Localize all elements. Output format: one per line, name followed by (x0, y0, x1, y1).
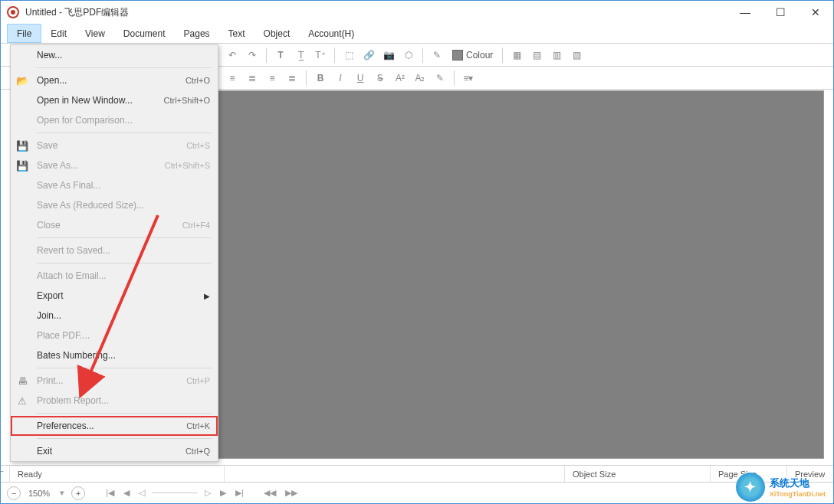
menu-item-open-comparison: Open for Comparison... (11, 110, 218, 130)
history-back-button[interactable]: ◀◀ (261, 488, 278, 498)
menu-bar: File Edit View Document Pages Text Objec… (1, 24, 833, 44)
menu-item-close: Close Ctrl+F4 (11, 215, 218, 235)
title-bar: Untitled - 飞思PDF编辑器 — ☐ ✕ (1, 1, 833, 24)
subscript-icon[interactable]: A₂ (411, 69, 429, 87)
page-forward-button[interactable]: ▷ (202, 488, 213, 498)
status-spacer (225, 466, 565, 482)
separator (422, 47, 423, 63)
menu-item-revert: Revert to Saved... (11, 241, 218, 260)
maximize-button[interactable]: ☐ (763, 1, 798, 24)
colour-picker[interactable]: Colour (448, 46, 497, 64)
align-right-icon[interactable]: ≡ (263, 69, 281, 87)
page-back-button[interactable]: ◁ (136, 488, 147, 498)
bottom-bar: − 150% ▾ + |◀ ◀ ◁ ▷ ▶ ▶| ◀◀ ▶▶ (1, 482, 833, 503)
save-as-icon: 💾 (11, 160, 34, 172)
text-edit-icon[interactable]: T⁺ (311, 46, 330, 64)
link-icon[interactable]: 🔗 (360, 46, 378, 64)
italic-icon[interactable]: I (331, 69, 350, 87)
menu-item-place-pdf: Place PDF.... (11, 326, 218, 345)
status-object-size: Object Size (565, 466, 711, 482)
bold-icon[interactable]: B (311, 69, 330, 87)
underline-icon[interactable]: U (351, 69, 369, 87)
menu-item-new[interactable]: New... (11, 45, 218, 65)
highlight-icon[interactable]: ✎ (431, 69, 449, 87)
file-menu-dropdown: New... 📂 Open... Ctrl+O Open in New Wind… (10, 44, 218, 462)
page-slider[interactable] (152, 493, 198, 493)
menu-item-exit[interactable]: Exit Ctrl+Q (11, 441, 218, 461)
next-page-button[interactable]: ▶ (218, 488, 228, 498)
menu-view[interactable]: View (76, 24, 114, 43)
status-bar: ¨ Ready Object Size Page Size Preview (1, 465, 833, 482)
menu-separator (37, 67, 212, 68)
window-title: Untitled - 飞思PDF编辑器 (25, 6, 129, 19)
submenu-arrow-icon: ▶ (204, 292, 218, 300)
camera-icon[interactable]: 📷 (379, 46, 398, 64)
menu-text[interactable]: Text (219, 24, 254, 43)
first-page-button[interactable]: |◀ (103, 488, 117, 498)
redo-icon[interactable]: ↷ (243, 46, 261, 64)
status-handle: ¨ (1, 466, 10, 482)
menu-item-bates[interactable]: Bates Numbering... (11, 345, 218, 365)
menu-item-save-reduced: Save As (Reduced Size)... (11, 195, 218, 215)
close-window-button[interactable]: ✕ (798, 1, 833, 24)
menu-item-save-final: Save As Final... (11, 175, 218, 195)
history-forward-button[interactable]: ▶▶ (283, 488, 300, 498)
menu-item-print: 🖶 Print... Ctrl+P (11, 371, 218, 391)
align-left-icon[interactable]: ≡ (223, 69, 241, 87)
strikethrough-icon[interactable]: S̶ (371, 69, 389, 87)
separator (306, 70, 307, 86)
watermark-icon: ✦ (736, 473, 765, 502)
superscript-icon[interactable]: A² (391, 69, 409, 87)
align-justify-icon[interactable]: ≣ (283, 69, 301, 87)
menu-item-attach-email: Attach to Email... (11, 266, 218, 286)
page-icon-1[interactable]: ▦ (507, 46, 526, 64)
last-page-button[interactable]: ▶| (233, 488, 246, 498)
colour-swatch-icon (452, 50, 463, 61)
menu-item-open-new-window[interactable]: Open in New Window... Ctrl+Shift+O (11, 90, 218, 110)
menu-pages[interactable]: Pages (175, 24, 219, 43)
line-spacing-icon[interactable]: ≡▾ (459, 69, 478, 87)
save-icon: 💾 (11, 140, 34, 152)
menu-separator (37, 263, 212, 263)
undo-icon[interactable]: ↶ (223, 46, 241, 64)
text-box-icon[interactable]: T̲ (291, 46, 310, 64)
text-tool-icon[interactable]: T (271, 46, 290, 64)
menu-edit[interactable]: Edit (41, 24, 76, 43)
crop-icon[interactable]: ⬚ (340, 46, 358, 64)
prev-page-button[interactable]: ◀ (121, 488, 132, 498)
menu-document[interactable]: Document (114, 24, 175, 43)
colour-label: Colour (466, 50, 493, 61)
menu-separator (37, 413, 212, 414)
menu-object[interactable]: Object (254, 24, 300, 43)
zoom-out-button[interactable]: − (7, 486, 21, 500)
page-delete-icon[interactable]: ▧ (567, 46, 586, 64)
menu-separator (37, 368, 212, 368)
zoom-value[interactable]: 150% (28, 489, 50, 498)
minimize-button[interactable]: — (727, 1, 763, 24)
menu-item-join[interactable]: Join... (11, 306, 218, 326)
zoom-in-button[interactable]: + (71, 486, 85, 500)
align-center-icon[interactable]: ≣ (243, 69, 261, 87)
menu-item-save: 💾 Save Ctrl+S (11, 136, 218, 155)
pencil-icon[interactable]: ✎ (428, 46, 446, 64)
menu-separator (37, 133, 212, 133)
menu-account[interactable]: Account(H) (299, 24, 363, 43)
menu-file[interactable]: File (7, 24, 41, 43)
menu-item-open[interactable]: 📂 Open... Ctrl+O (11, 70, 218, 90)
menu-separator (37, 237, 212, 238)
warning-icon: ⚠ (11, 395, 34, 407)
menu-item-preferences[interactable]: Preferences... Ctrl+K (11, 416, 218, 436)
separator (502, 47, 503, 63)
printer-icon: 🖶 (11, 375, 34, 387)
separator (334, 47, 335, 63)
page-icon-2[interactable]: ▤ (527, 46, 546, 64)
zoom-dropdown-icon[interactable]: ▾ (57, 488, 67, 498)
menu-item-save-as: 💾 Save As... Ctrl+Shift+S (11, 155, 218, 175)
menu-item-problem-report: ⚠ Problem Report... (11, 391, 218, 411)
menu-item-export[interactable]: Export ▶ (11, 286, 218, 306)
shape-icon[interactable]: ⬡ (399, 46, 418, 64)
watermark: ✦ 系统天地 XiTongTianDi.net (736, 473, 826, 502)
page-add-icon[interactable]: ▥ (547, 46, 566, 64)
watermark-text: 系统天地 XiTongTianDi.net (770, 476, 826, 498)
separator (454, 70, 455, 86)
